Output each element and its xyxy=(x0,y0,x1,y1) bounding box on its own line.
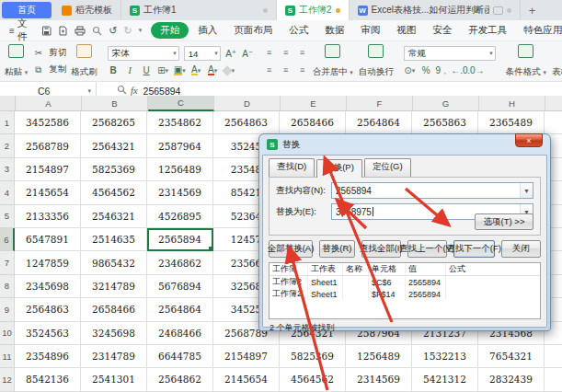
column-header-H[interactable]: H xyxy=(479,96,545,111)
cell-E12[interactable]: 4564562 xyxy=(280,368,346,391)
decrease-font-icon[interactable]: A⁻ xyxy=(242,48,254,59)
cell-G12[interactable]: 5421312 xyxy=(412,368,478,391)
cell-H11[interactable]: 7654321 xyxy=(478,345,545,368)
merge-center-button[interactable]: 合并居中 ▾ xyxy=(310,42,356,80)
row-header-7[interactable]: 7 xyxy=(0,251,15,274)
copy-button[interactable]: ⧉复制 xyxy=(32,63,66,75)
cell-C11[interactable]: 6644785 xyxy=(147,345,213,368)
fx-icon[interactable]: fx xyxy=(131,86,138,96)
row-header-6[interactable]: 6 xyxy=(0,228,15,251)
cell-A1[interactable]: 3452586 xyxy=(15,111,81,134)
cell-B10[interactable]: 3245698 xyxy=(81,322,147,345)
wrap-text-button[interactable]: 自动换行 xyxy=(356,42,396,80)
result-row-1[interactable]: 工作簿2Sheet1$C$62565894 xyxy=(270,276,540,288)
column-header-E[interactable]: E xyxy=(281,96,347,111)
cell-F12[interactable]: 2314569 xyxy=(346,368,412,391)
cell-D11[interactable]: 2154897 xyxy=(213,345,280,368)
cell-B5[interactable]: 2546321 xyxy=(81,205,147,228)
cell-F1[interactable]: 2564864 xyxy=(346,111,412,134)
cell-A8[interactable]: 2345698 xyxy=(15,275,81,298)
find-next-button[interactable]: 查找下一个(F) xyxy=(453,240,495,258)
font-color-icon[interactable]: A▾ xyxy=(207,65,219,76)
result-row-2[interactable]: 工作簿2Sheet1$F$142565894 xyxy=(270,288,540,300)
cell-B2[interactable]: 2564321 xyxy=(81,134,147,157)
row-header-10[interactable]: 10 xyxy=(0,322,15,345)
align-bottom-icon[interactable]: ≡ xyxy=(296,47,308,58)
cell-C8[interactable]: 5676894 xyxy=(147,275,213,298)
cell-partial-11[interactable] xyxy=(545,345,562,368)
tab-goto[interactable]: 定位(G) xyxy=(364,158,411,177)
menu-item-2[interactable]: 插入 xyxy=(190,22,224,39)
column-header-C[interactable]: C xyxy=(148,96,214,111)
increase-decimal-icon[interactable]: ←.0 xyxy=(453,65,465,76)
cell-B11[interactable]: 2314789 xyxy=(81,345,147,368)
find-all-button[interactable]: 查找全部(I) xyxy=(361,240,401,258)
menu-item-6[interactable]: 审阅 xyxy=(353,22,387,39)
new-tab-button[interactable]: + xyxy=(521,0,545,20)
cell-A5[interactable]: 2133356 xyxy=(15,205,81,228)
align-right-icon[interactable]: ≡ xyxy=(296,64,308,75)
align-top-icon[interactable]: ≡ xyxy=(263,47,275,58)
cell-C3[interactable]: 1256489 xyxy=(147,158,213,181)
bold-button[interactable]: B xyxy=(108,65,120,76)
find-what-input[interactable]: 2565894 ▼ xyxy=(331,182,533,199)
column-header-partial[interactable] xyxy=(545,96,562,111)
row-header-9[interactable]: 9 xyxy=(0,298,15,321)
row-header-12[interactable]: 12 xyxy=(0,368,15,391)
font-name-select[interactable]: 宋体▾ xyxy=(108,46,179,61)
cell-C10[interactable]: 2468466 xyxy=(147,322,213,345)
cell-C5[interactable]: 4526895 xyxy=(147,205,213,228)
column-header-D[interactable]: D xyxy=(214,96,281,111)
currency-icon[interactable]: ⊙▾ xyxy=(404,65,416,76)
font-size-select[interactable]: 14▾ xyxy=(184,46,221,61)
formula-value[interactable]: 2565894 xyxy=(143,86,181,97)
thousand-separator-icon[interactable]: 9﹐ xyxy=(437,65,449,76)
increase-font-icon[interactable]: A⁺ xyxy=(225,48,237,59)
cell-B3[interactable]: 5825369 xyxy=(81,158,147,181)
menu-item-4[interactable]: 公式 xyxy=(281,22,315,39)
cell-H1[interactable]: 2365489 xyxy=(478,111,545,134)
cell-E1[interactable]: 2658466 xyxy=(280,111,346,134)
cell-C12[interactable]: 2564862 xyxy=(147,368,213,391)
number-format-select[interactable]: 常规▾ xyxy=(404,46,496,61)
print-preview-icon[interactable] xyxy=(92,26,102,36)
cell-A12[interactable]: 8542136 xyxy=(15,368,81,391)
cell-C6[interactable]: 2565894 xyxy=(147,228,213,251)
paste-button[interactable]: 粘贴 ▾ xyxy=(2,42,30,80)
menu-item-8[interactable]: 安全 xyxy=(425,22,459,39)
select-all-corner[interactable] xyxy=(0,96,16,111)
close-button[interactable]: 关闭 xyxy=(501,240,541,258)
cell-A3[interactable]: 2154897 xyxy=(15,158,81,181)
cell-A10[interactable]: 3524563 xyxy=(15,322,81,345)
print-icon[interactable] xyxy=(75,26,86,36)
cell-B4[interactable]: 4564562 xyxy=(81,181,147,204)
cell-partial-12[interactable] xyxy=(545,368,562,391)
cell-B8[interactable]: 3214789 xyxy=(81,275,147,298)
menu-item-9[interactable]: 开发工具 xyxy=(461,22,514,39)
menu-item-3[interactable]: 页面布局 xyxy=(226,22,280,39)
highlight-color-icon[interactable]: A▾ xyxy=(190,65,202,76)
tab-docer-templates[interactable]: 稻壳模板 xyxy=(53,0,121,20)
cell-F11[interactable]: 1256489 xyxy=(346,345,412,368)
replace-all-button[interactable]: 全部替换(A) xyxy=(269,240,313,258)
menu-item-1[interactable]: 开始 xyxy=(151,22,189,39)
cell-A2[interactable]: 2568789 xyxy=(15,134,81,157)
align-left-icon[interactable]: ≡ xyxy=(263,64,275,75)
cell-B12[interactable]: 2541301 xyxy=(81,368,147,391)
conditional-format-button[interactable]: 条件格式 ▾ xyxy=(503,42,549,80)
row-header-3[interactable]: 3 xyxy=(0,158,15,181)
percent-icon[interactable]: % xyxy=(420,65,432,76)
find-previous-button[interactable]: 查找上一个(V) xyxy=(407,240,447,258)
table-style-button[interactable]: 表格样式 ▾ xyxy=(549,42,562,80)
underline-button[interactable]: U xyxy=(141,65,153,76)
cell-C2[interactable]: 2587964 xyxy=(147,134,213,157)
cut-button[interactable]: ✂剪切 xyxy=(32,47,66,59)
tab-workbook1[interactable]: S 工作簿1 xyxy=(121,0,277,20)
cell-A9[interactable]: 2564863 xyxy=(15,298,81,321)
cell-E11[interactable]: 5825369 xyxy=(280,345,346,368)
format-painter-button[interactable]: 格式刷 xyxy=(68,42,100,80)
home-tab[interactable]: 首页 xyxy=(2,2,52,18)
menu-item-10[interactable]: 特色应用 xyxy=(516,22,562,39)
redo-icon[interactable]: ↻ xyxy=(124,26,132,36)
decrease-decimal-icon[interactable]: .0→ xyxy=(470,65,482,76)
